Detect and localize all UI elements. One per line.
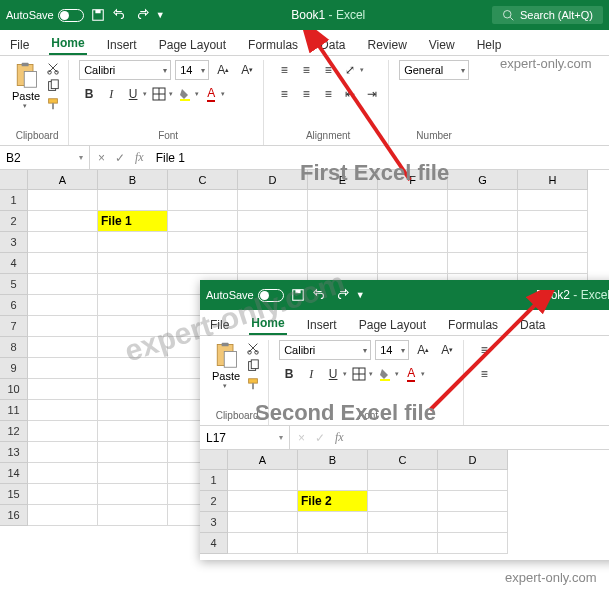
cell[interactable] <box>28 484 98 505</box>
cell[interactable] <box>28 421 98 442</box>
row-header[interactable]: 1 <box>200 470 228 491</box>
cell[interactable] <box>518 253 588 274</box>
col-header[interactable]: E <box>308 170 378 190</box>
underline-button[interactable]: U <box>323 364 343 384</box>
formula-input[interactable]: File 1 <box>152 151 609 165</box>
col-header[interactable]: C <box>168 170 238 190</box>
align-left-icon[interactable]: ≡ <box>274 84 294 104</box>
cell[interactable] <box>238 190 308 211</box>
font-color-icon[interactable]: A <box>401 364 421 384</box>
cell[interactable] <box>378 253 448 274</box>
autosave-switch-off[interactable] <box>258 289 284 302</box>
indent-decrease-icon[interactable]: ⇤ <box>340 84 360 104</box>
name-box[interactable]: B2▾ <box>0 146 90 169</box>
cell[interactable] <box>518 211 588 232</box>
decrease-font-icon[interactable]: A▾ <box>237 60 257 80</box>
cell[interactable] <box>98 358 168 379</box>
cell[interactable] <box>98 232 168 253</box>
cancel-formula-icon[interactable]: × <box>298 431 305 445</box>
cell[interactable] <box>228 491 298 512</box>
col-header[interactable]: H <box>518 170 588 190</box>
fill-color-icon[interactable] <box>175 84 195 104</box>
tab-page-layout[interactable]: Page Layout <box>157 34 228 55</box>
number-format-combo[interactable]: General <box>399 60 469 80</box>
cell[interactable] <box>308 190 378 211</box>
cell[interactable] <box>308 232 378 253</box>
redo-icon[interactable] <box>334 287 350 303</box>
tab-home[interactable]: Home <box>49 32 86 55</box>
cell[interactable] <box>298 533 368 554</box>
cell[interactable] <box>28 400 98 421</box>
cell[interactable] <box>448 190 518 211</box>
tab-help[interactable]: Help <box>475 34 504 55</box>
row-header[interactable]: 6 <box>0 295 28 316</box>
cell[interactable] <box>98 253 168 274</box>
row-header[interactable]: 8 <box>0 337 28 358</box>
cell[interactable] <box>368 470 438 491</box>
cell[interactable] <box>438 491 508 512</box>
select-all-corner[interactable] <box>0 170 28 190</box>
cell[interactable] <box>378 211 448 232</box>
cell[interactable] <box>28 232 98 253</box>
cell[interactable] <box>448 253 518 274</box>
cut-icon[interactable] <box>44 60 62 76</box>
cell[interactable] <box>438 533 508 554</box>
cell[interactable] <box>98 274 168 295</box>
copy-icon[interactable] <box>244 358 262 374</box>
tab-data[interactable]: Data <box>518 314 547 335</box>
cell[interactable]: File 2 <box>298 491 368 512</box>
font-size-combo[interactable]: 14 <box>175 60 209 80</box>
select-all-corner[interactable] <box>200 450 228 470</box>
cell[interactable] <box>98 379 168 400</box>
cell[interactable]: File 1 <box>98 211 168 232</box>
cell[interactable] <box>98 190 168 211</box>
tab-file[interactable]: File <box>8 34 31 55</box>
cell[interactable] <box>368 512 438 533</box>
row-header[interactable]: 2 <box>200 491 228 512</box>
indent-increase-icon[interactable]: ⇥ <box>362 84 382 104</box>
row-header[interactable]: 13 <box>0 442 28 463</box>
row-header[interactable]: 11 <box>0 400 28 421</box>
paste-button[interactable]: Paste ▾ <box>12 60 40 110</box>
save-icon[interactable] <box>290 287 306 303</box>
search-box[interactable]: Search (Alt+Q) <box>492 6 603 24</box>
cell[interactable] <box>28 379 98 400</box>
tab-formulas[interactable]: Formulas <box>246 34 300 55</box>
cell[interactable] <box>98 463 168 484</box>
cancel-formula-icon[interactable]: × <box>98 151 105 165</box>
paste-button[interactable]: Paste ▾ <box>212 340 240 390</box>
font-name-combo[interactable]: Calibri <box>79 60 171 80</box>
cell[interactable] <box>368 533 438 554</box>
name-box[interactable]: L17▾ <box>200 426 290 449</box>
align-top-icon[interactable]: ≡ <box>474 340 494 360</box>
enter-formula-icon[interactable]: ✓ <box>115 151 125 165</box>
fx-icon[interactable]: fx <box>335 430 344 445</box>
col-header[interactable]: B <box>298 450 368 470</box>
cell[interactable] <box>378 190 448 211</box>
row-header[interactable]: 4 <box>200 533 228 554</box>
qat-overflow-icon[interactable]: ▼ <box>156 10 165 20</box>
save-icon[interactable] <box>90 7 106 23</box>
cell[interactable] <box>448 211 518 232</box>
col-header[interactable]: G <box>448 170 518 190</box>
row-header[interactable]: 7 <box>0 316 28 337</box>
row-header[interactable]: 15 <box>0 484 28 505</box>
cell[interactable] <box>518 232 588 253</box>
autosave-toggle[interactable]: AutoSave <box>206 289 284 302</box>
col-header[interactable]: A <box>28 170 98 190</box>
cell[interactable] <box>308 211 378 232</box>
tab-formulas[interactable]: Formulas <box>446 314 500 335</box>
tab-review[interactable]: Review <box>365 34 408 55</box>
fx-icon[interactable]: fx <box>135 150 144 165</box>
cell[interactable] <box>438 512 508 533</box>
align-top-icon[interactable]: ≡ <box>274 60 294 80</box>
cell[interactable] <box>308 253 378 274</box>
align-center-icon[interactable]: ≡ <box>296 84 316 104</box>
cell[interactable] <box>228 512 298 533</box>
align-bottom-icon[interactable]: ≡ <box>318 60 338 80</box>
tab-data[interactable]: Data <box>318 34 347 55</box>
cell[interactable] <box>98 505 168 526</box>
italic-button[interactable]: I <box>101 84 121 104</box>
tab-insert[interactable]: Insert <box>305 314 339 335</box>
undo-icon[interactable] <box>312 287 328 303</box>
